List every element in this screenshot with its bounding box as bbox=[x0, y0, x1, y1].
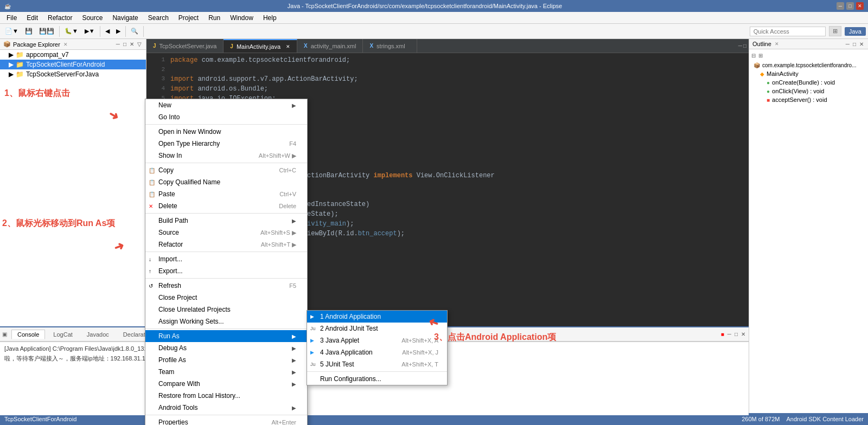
ctx-debug-as[interactable]: Debug As ▶ bbox=[145, 342, 307, 354]
ctx-copy-qualified[interactable]: 📋 Copy Qualified Name bbox=[145, 176, 307, 188]
tree-item-tcpsocket-server[interactable]: ▶ 📁 TcpSocketServerForJava bbox=[0, 69, 146, 79]
open-perspective-button[interactable]: ⊞ bbox=[829, 26, 841, 36]
outline-close-button[interactable]: ✕ bbox=[858, 41, 865, 47]
menu-search[interactable]: Search bbox=[144, 13, 173, 23]
ctx-team[interactable]: Team ▶ bbox=[145, 366, 307, 378]
submenu-java-applet[interactable]: ▶ 3 Java Applet Alt+Shift+X, A bbox=[307, 334, 447, 346]
maximize-button[interactable]: □ bbox=[846, 2, 854, 10]
bottom-minimize-button[interactable]: ─ bbox=[726, 331, 732, 337]
status-right: 260M of 872M Android SDK Content Loader bbox=[742, 416, 864, 422]
java-perspective-button[interactable]: Java bbox=[845, 27, 866, 36]
editor-minimize-button[interactable]: ─ bbox=[738, 43, 742, 49]
ctx-paste[interactable]: 📋 Paste Ctrl+V bbox=[145, 188, 307, 200]
ctx-delete[interactable]: ✕ Delete Delete bbox=[145, 200, 307, 212]
editor-maximize-button[interactable]: □ bbox=[743, 43, 746, 49]
outline-filter-button[interactable]: ⊞ bbox=[758, 53, 763, 59]
tree-item-appcompat[interactable]: ▶ 📁 appcompat_v7 bbox=[0, 50, 146, 60]
submenu-android-app[interactable]: ▶ 1 Android Application bbox=[307, 311, 447, 323]
outline-collapse-button[interactable]: ⊟ bbox=[751, 53, 756, 59]
submenu-run-configs[interactable]: Run Configurations... bbox=[307, 373, 447, 385]
android-junit-icon: Ju bbox=[310, 326, 316, 331]
ctx-open-new-window[interactable]: Open in New Window bbox=[145, 126, 307, 138]
ctx-copy-qualified-label: Copy Qualified Name bbox=[158, 178, 220, 186]
toolbar-saveall[interactable]: 💾💾 bbox=[36, 26, 57, 36]
ctx-go-into[interactable]: Go Into bbox=[145, 111, 307, 123]
outline-maximize-button[interactable]: □ bbox=[852, 41, 857, 47]
bottom-close-button[interactable]: ✕ bbox=[740, 331, 746, 337]
minimize-panel-button[interactable]: ─ bbox=[115, 41, 121, 47]
ctx-refresh-shortcut: F5 bbox=[289, 282, 296, 289]
menu-source[interactable]: Source bbox=[78, 13, 107, 23]
toolbar-save[interactable]: 💾 bbox=[22, 26, 35, 36]
tab-mainactivity[interactable]: J MainActivity.java ✕ bbox=[224, 39, 297, 53]
ctx-sep1 bbox=[145, 124, 307, 125]
toolbar-open-type[interactable]: 🔍 bbox=[128, 26, 141, 36]
close-panel-button[interactable]: ✕ bbox=[129, 41, 135, 47]
outline-item-package[interactable]: 📦 com.example.tcpsocketclientforandro... bbox=[749, 61, 868, 69]
title-text: Java - TcpSocketClientForAndroid/src/com… bbox=[13, 3, 837, 9]
bottom-tab-console[interactable]: Console bbox=[11, 330, 45, 339]
panel-menu-button[interactable]: ▽ bbox=[136, 41, 143, 47]
ctx-restore-local[interactable]: Restore from Local History... bbox=[145, 390, 307, 402]
outline-item-oncreate[interactable]: ● onCreate(Bundle) : void bbox=[749, 78, 868, 87]
ctx-build-path-label: Build Path bbox=[158, 217, 188, 224]
menu-project[interactable]: Project bbox=[174, 13, 203, 23]
bottom-maximize-button[interactable]: □ bbox=[733, 331, 739, 337]
outline-minimize-button[interactable]: ─ bbox=[845, 41, 851, 47]
toolbar-new[interactable]: 📄▼ bbox=[2, 26, 21, 36]
submenu-junit-test[interactable]: Ju 5 JUnit Test Alt+Shift+X, T bbox=[307, 358, 447, 370]
ctx-refresh-label: Refresh bbox=[158, 282, 181, 289]
expand-icon: ▶ bbox=[9, 61, 14, 68]
close-button[interactable]: ✕ bbox=[856, 2, 864, 10]
ctx-close-unrelated[interactable]: Close Unrelated Projects bbox=[145, 304, 307, 315]
minimize-button[interactable]: ─ bbox=[837, 2, 844, 10]
ctx-build-path[interactable]: Build Path ▶ bbox=[145, 215, 307, 227]
tab-close-button[interactable]: ✕ bbox=[286, 44, 290, 49]
ctx-compare-with[interactable]: Compare With ▶ bbox=[145, 378, 307, 390]
menu-run[interactable]: Run bbox=[204, 13, 225, 23]
ctx-close-project[interactable]: Close Project bbox=[145, 292, 307, 304]
ctx-run-as[interactable]: Run As ▶ bbox=[145, 330, 307, 342]
menu-help[interactable]: Help bbox=[259, 13, 281, 23]
bottom-tab-logcat[interactable]: LogCat bbox=[47, 330, 78, 339]
outline-item-onclick[interactable]: ● onClick(View) : void bbox=[749, 87, 868, 95]
menu-edit[interactable]: Edit bbox=[22, 13, 42, 23]
ctx-assign-working[interactable]: Assign Working Sets... bbox=[145, 315, 307, 327]
maximize-panel-button[interactable]: □ bbox=[122, 41, 127, 47]
ctx-properties[interactable]: Properties Alt+Enter bbox=[145, 416, 307, 425]
outline-item-acceptserver[interactable]: ■ acceptServer() : void bbox=[749, 95, 868, 104]
tab-activitymain[interactable]: X activity_main.xml bbox=[297, 39, 363, 53]
ctx-run-as-arrow: ▶ bbox=[292, 333, 296, 339]
bottom-tab-javadoc[interactable]: Javadoc bbox=[81, 330, 115, 339]
submenu-android-junit[interactable]: Ju 2 Android JUnit Test bbox=[307, 323, 447, 334]
ctx-refresh[interactable]: ↺ Refresh F5 bbox=[145, 280, 307, 292]
tab-strings[interactable]: X strings.xml bbox=[363, 39, 417, 53]
ctx-open-type-hierarchy[interactable]: Open Type Hierarchy F4 bbox=[145, 138, 307, 150]
submenu-java-app[interactable]: ▶ 4 Java Application Alt+Shift+X, J bbox=[307, 346, 447, 358]
quick-access-input[interactable] bbox=[750, 27, 826, 36]
menu-file[interactable]: File bbox=[2, 13, 21, 23]
menu-refactor[interactable]: Refactor bbox=[43, 13, 76, 23]
ctx-compare-with-label: Compare With bbox=[158, 380, 200, 388]
toolbar-forward[interactable]: ▶ bbox=[113, 26, 123, 36]
ctx-import[interactable]: ↓ Import... bbox=[145, 253, 307, 265]
package-explorer-title: Package Explorer bbox=[13, 41, 60, 48]
tree-item-tcpsocket[interactable]: ▶ 📁 TcpSocketClientForAndroid bbox=[0, 60, 146, 69]
context-menu: New ▶ Go Into Open in New Window Open Ty… bbox=[145, 99, 308, 425]
ctx-copy[interactable]: 📋 Copy Ctrl+C bbox=[145, 164, 307, 176]
ctx-profile-as[interactable]: Profile As ▶ bbox=[145, 354, 307, 366]
ctx-android-tools[interactable]: Android Tools ▶ bbox=[145, 402, 307, 414]
outline-item-mainactivity[interactable]: ◆ MainActivity bbox=[749, 69, 868, 78]
ctx-export[interactable]: ↑ Export... bbox=[145, 265, 307, 277]
toolbar-run[interactable]: ▶▼ bbox=[82, 26, 98, 36]
toolbar-back[interactable]: ◀ bbox=[103, 26, 112, 36]
toolbar-debug[interactable]: 🐛▼ bbox=[62, 26, 81, 36]
menu-navigate[interactable]: Navigate bbox=[108, 13, 142, 23]
ctx-show-in[interactable]: Show In Alt+Shift+W ▶ bbox=[145, 150, 307, 162]
ctx-source[interactable]: Source Alt+Shift+S ▶ bbox=[145, 227, 307, 239]
tab-tcpsocketserver[interactable]: J TcpSocketServer.java bbox=[146, 39, 224, 53]
ctx-new[interactable]: New ▶ bbox=[145, 99, 307, 111]
menu-window[interactable]: Window bbox=[226, 13, 258, 23]
ctx-refactor[interactable]: Refactor Alt+Shift+T ▶ bbox=[145, 239, 307, 250]
stop-button[interactable]: ■ bbox=[720, 331, 725, 337]
